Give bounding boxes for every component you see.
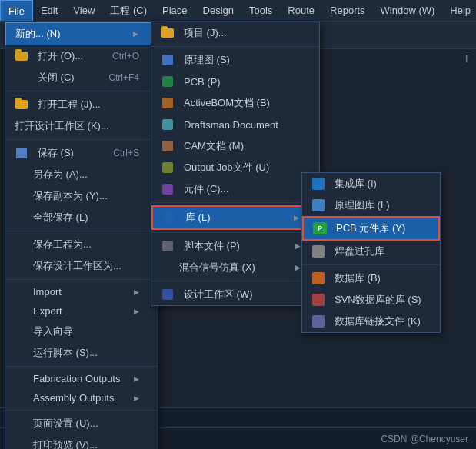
save-icon [15, 146, 28, 160]
watermark-text: CSDN @Chencyuser [381, 434, 468, 444]
menu-design[interactable]: Design [195, 0, 241, 21]
menu-place[interactable]: Place [155, 0, 195, 21]
filter-icon[interactable]: T [463, 52, 470, 65]
sep1 [5, 91, 158, 91]
menu-route[interactable]: Route [280, 0, 322, 21]
new-menu-script[interactable]: 脚本文件 (P) [151, 235, 319, 257]
menu-item-fabrication[interactable]: Fabrication Outputs [5, 369, 158, 388]
new-menu-draftsman[interactable]: Draftsman Document [151, 114, 319, 135]
project-open-icon [15, 98, 28, 111]
lib-menu-padvia[interactable]: 焊盘过孔库 [302, 241, 440, 262]
menu-item-export[interactable]: Export [5, 301, 158, 321]
sep3 [5, 231, 158, 231]
open-icon [15, 49, 28, 63]
menu-item-import-wizard[interactable]: 导入向导 [5, 321, 158, 342]
library-icon [162, 211, 176, 224]
menu-item-open-workspace[interactable]: 打开设计工作区 (K)... [5, 115, 158, 137]
lib-menu-svndb[interactable]: SVN数据库的库 (S) [302, 289, 440, 311]
lib-sep1 [302, 264, 440, 265]
sep6 [5, 410, 158, 411]
lib-menu-dblink[interactable]: 数据库链接文件 (K) [302, 311, 440, 332]
menu-reports[interactable]: Reports [322, 0, 373, 21]
new-submenu-dropdown: 项目 (J)... 原理图 (S) PCB (P) ActiveBOM文档 (B… [151, 22, 320, 306]
new-sep4 [151, 281, 319, 281]
menu-file[interactable]: File [0, 0, 33, 21]
sep2 [5, 139, 158, 140]
library-submenu-dropdown: 集成库 (I) 原理图库 (L) P PCB 元件库 (Y) 焊盘过孔库 [301, 172, 441, 333]
lib-menu-integrated[interactable]: 集成库 (I) [302, 173, 440, 195]
menu-window[interactable]: Window (W) [373, 0, 443, 21]
new-sep1 [151, 46, 319, 47]
menu-item-open[interactable]: 打开 (O)... Ctrl+O [5, 45, 158, 67]
pcblib-icon: P [313, 221, 327, 235]
outputjob-icon [161, 161, 175, 175]
file-menu-dropdown: 新的... (N) 打开 (O)... Ctrl+O 关闭 (C) Ctrl+F… [5, 22, 158, 449]
new-menu-component[interactable]: 元件 (C)... [151, 178, 319, 200]
menubar: File Edit View 工程 (C) Place Design Tools… [0, 0, 476, 22]
menu-item-page-setup[interactable]: 页面设置 (U)... [5, 413, 158, 434]
menu-item-import[interactable]: Import [5, 282, 158, 301]
workspace-icon [161, 288, 175, 301]
new-sep2 [151, 202, 319, 203]
dblink-icon [311, 314, 325, 328]
integrated-lib-icon [311, 177, 325, 191]
component-icon [161, 182, 175, 196]
lib-menu-pcblib[interactable]: P PCB 元件库 (Y) [302, 216, 440, 241]
sep5 [5, 366, 158, 367]
new-menu-activebom[interactable]: ActiveBOM文档 (B) [151, 92, 319, 114]
menu-item-assembly[interactable]: Assembly Outputs [5, 388, 158, 407]
svndb-icon [311, 293, 325, 307]
draftsman-icon [161, 118, 175, 131]
new-menu-schematic[interactable]: 原理图 (S) [151, 49, 319, 71]
pcb-icon [161, 75, 175, 88]
menu-item-run-script[interactable]: 运行脚本 (S)... [5, 342, 158, 364]
menu-item-save-project-as[interactable]: 保存工程为... [5, 234, 158, 255]
menu-item-new[interactable]: 新的... (N) [5, 22, 158, 45]
db-icon [311, 271, 325, 285]
menu-item-save-workspace-as[interactable]: 保存设计工作区为... [5, 255, 158, 277]
menu-edit[interactable]: Edit [33, 0, 65, 21]
lib-menu-schlib[interactable]: 原理图库 (L) [302, 195, 440, 216]
close-doc-icon [15, 71, 28, 85]
new-menu-outputjob[interactable]: Output Job文件 (U) [151, 157, 319, 178]
menu-project[interactable]: 工程 (C) [102, 0, 155, 21]
menu-item-save-all[interactable]: 全部保存 (L) [5, 207, 158, 228]
new-menu-simulation[interactable]: 混合信号仿真 (X) [151, 257, 319, 278]
lib-menu-db[interactable]: 数据库 (B) [302, 268, 440, 289]
menu-view[interactable]: View [65, 0, 102, 21]
padvia-icon [311, 244, 325, 258]
schematic-icon [161, 53, 175, 67]
bom-icon [161, 96, 175, 110]
new-menu-cam[interactable]: CAM文档 (M) [151, 135, 319, 157]
menu-item-saveas[interactable]: 另存为 (A)... [5, 164, 158, 185]
script-icon [161, 239, 175, 253]
schlib-icon [311, 198, 325, 212]
menu-item-save[interactable]: 保存 (S) Ctrl+S [5, 142, 158, 164]
sep4 [5, 279, 158, 280]
new-menu-pcb[interactable]: PCB (P) [151, 71, 319, 92]
new-menu-library[interactable]: 库 (L) [151, 205, 319, 230]
menu-item-close[interactable]: 关闭 (C) Ctrl+F4 [5, 67, 158, 88]
menu-tools[interactable]: Tools [241, 0, 280, 21]
menu-item-save-copy[interactable]: 保存副本为 (Y)... [5, 185, 158, 207]
menu-item-print-preview[interactable]: 打印预览 (V)... [5, 434, 158, 449]
new-sep3 [151, 232, 319, 233]
cam-icon [161, 139, 175, 153]
menu-help[interactable]: Help [442, 0, 476, 21]
menu-item-open-project[interactable]: 打开工程 (J)... [5, 94, 158, 115]
new-menu-project[interactable]: 项目 (J)... [151, 22, 319, 44]
new-menu-workspace[interactable]: 设计工作区 (W) [151, 284, 319, 305]
new-project-icon [161, 26, 175, 40]
